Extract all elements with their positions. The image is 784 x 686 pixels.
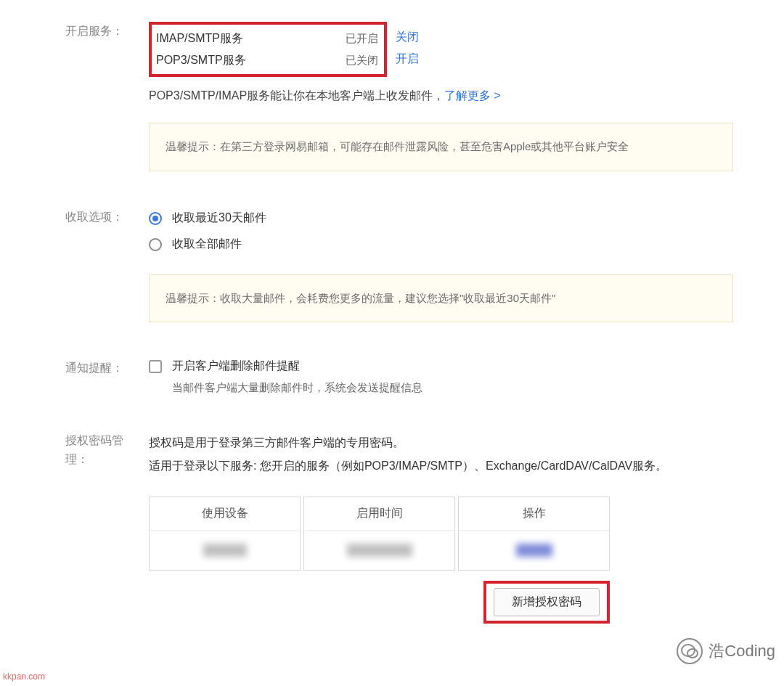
wechat-icon	[677, 638, 703, 645]
auth-cell-device	[203, 544, 247, 557]
watermark-right: 浩Coding	[677, 638, 775, 645]
watermark-right-text: 浩Coding	[709, 640, 775, 645]
tip-service: 温馨提示：在第三方登录网易邮箱，可能存在邮件泄露风险，甚至危害Apple或其他平…	[149, 123, 733, 171]
add-auth-highlight: 新增授权密码	[483, 581, 610, 624]
label-auth: 授权密码管理：	[22, 431, 149, 624]
service-name-pop3: POP3/SMTP服务	[156, 49, 343, 71]
service-highlight-box: IMAP/SMTP服务 已开启 POP3/SMTP服务 已关闭	[149, 22, 387, 77]
auth-header-time: 启用时间	[304, 497, 454, 531]
label-fetch: 收取选项：	[22, 208, 149, 323]
radio-recent-30[interactable]: 收取最近30天邮件	[149, 208, 762, 229]
service-status-imap: 已开启	[343, 28, 378, 49]
notify-desc: 当邮件客户端大量删除邮件时，系统会发送提醒信息	[172, 381, 762, 395]
tip-fetch: 温馨提示：收取大量邮件，会耗费您更多的流量，建议您选择"收取最近30天邮件"	[149, 274, 733, 323]
checkbox-delete-notify[interactable]	[149, 360, 162, 373]
service-desc: POP3/SMTP/IMAP服务能让你在本地客户端上收发邮件，	[149, 89, 444, 102]
service-name-imap: IMAP/SMTP服务	[156, 28, 343, 49]
radio-label: 收取最近30天邮件	[172, 211, 266, 226]
auth-text-1: 授权码是用于登录第三方邮件客户端的专用密码。	[149, 431, 762, 454]
auth-table: 使用设备 启用时间 操作	[149, 497, 610, 571]
auth-text-2: 适用于登录以下服务: 您开启的服务（例如POP3/IMAP/SMTP）、Exch…	[149, 454, 762, 478]
section-fetch: 收取选项： 收取最近30天邮件 收取全部邮件 温馨提示：收取大量邮件，会耗费您更…	[22, 208, 762, 323]
auth-cell-action[interactable]	[516, 544, 552, 557]
auth-header-device: 使用设备	[150, 497, 300, 531]
add-auth-button[interactable]: 新增授权密码	[494, 588, 600, 616]
auth-cell-time	[347, 544, 412, 557]
radio-icon	[149, 238, 162, 251]
radio-label: 收取全部邮件	[172, 237, 242, 252]
section-notify: 通知提醒： 开启客户端删除邮件提醒 当邮件客户端大量删除邮件时，系统会发送提醒信…	[22, 359, 762, 395]
service-action-close[interactable]: 关闭	[396, 30, 419, 43]
label-notify: 通知提醒：	[22, 359, 149, 395]
label-service: 开启服务：	[22, 22, 149, 171]
service-action-open[interactable]: 开启	[396, 52, 419, 65]
section-service: 开启服务： IMAP/SMTP服务 已开启 POP3/SMTP服务 已关闭 关闭	[22, 22, 762, 171]
service-status-pop3: 已关闭	[343, 49, 378, 71]
section-auth: 授权密码管理： 授权码是用于登录第三方邮件客户端的专用密码。 适用于登录以下服务…	[22, 431, 762, 624]
auth-header-action: 操作	[459, 497, 609, 531]
radio-icon	[149, 212, 162, 225]
learn-more-link[interactable]: 了解更多 >	[444, 89, 501, 102]
radio-all[interactable]: 收取全部邮件	[149, 234, 762, 256]
checkbox-label: 开启客户端删除邮件提醒	[172, 359, 300, 374]
